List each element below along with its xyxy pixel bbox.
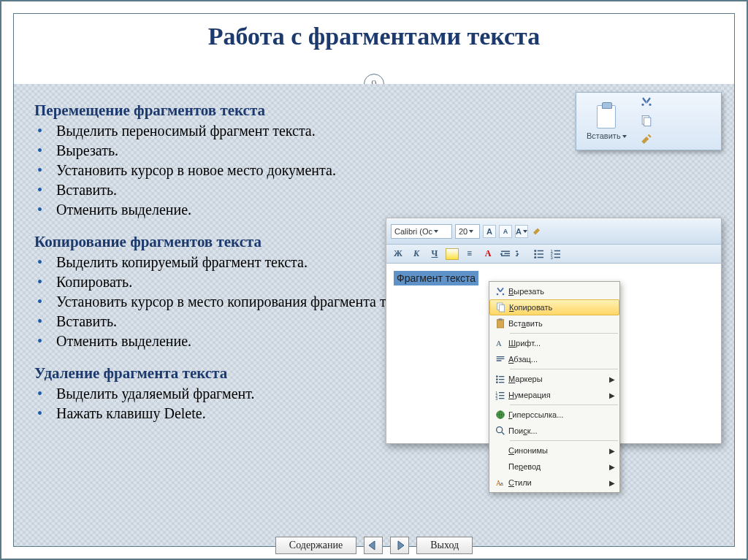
svg-rect-16 bbox=[497, 320, 503, 328]
cut-icon[interactable] bbox=[638, 95, 654, 110]
format-painter-icon[interactable] bbox=[531, 225, 544, 238]
svg-rect-13 bbox=[554, 256, 560, 258]
context-menu-item[interactable]: Синонимы▶ bbox=[489, 442, 619, 459]
prev-slide-button[interactable] bbox=[364, 537, 383, 554]
context-menu-item[interactable]: Абзац... bbox=[489, 351, 619, 367]
svg-rect-7 bbox=[538, 256, 543, 258]
svg-rect-30 bbox=[499, 398, 504, 399]
context-menu-item[interactable]: Копировать bbox=[489, 299, 619, 315]
context-menu-item[interactable]: Поиск... bbox=[489, 423, 619, 439]
bullets-icon[interactable] bbox=[533, 248, 546, 261]
svg-point-23 bbox=[496, 381, 498, 383]
svg-text:A: A bbox=[496, 340, 502, 348]
svg-rect-3 bbox=[538, 250, 543, 251]
highlight-icon[interactable] bbox=[446, 248, 459, 260]
italic-button[interactable]: К bbox=[409, 248, 424, 261]
svg-rect-26 bbox=[499, 392, 504, 393]
svg-text:a: a bbox=[500, 481, 503, 486]
context-menu-item[interactable]: AШрифт... bbox=[489, 335, 619, 351]
contents-button[interactable]: Содержание bbox=[275, 537, 356, 554]
decrease-indent-icon[interactable] bbox=[499, 248, 512, 261]
svg-rect-1 bbox=[644, 118, 650, 126]
svg-rect-24 bbox=[499, 382, 504, 383]
exit-button[interactable]: Выход bbox=[416, 537, 473, 554]
svg-text:3: 3 bbox=[495, 396, 497, 401]
svg-point-19 bbox=[496, 375, 498, 377]
format-painter-icon[interactable] bbox=[638, 133, 654, 147]
context-menu: ВырезатьКопироватьВставитьAШрифт...Абзац… bbox=[489, 281, 620, 493]
svg-rect-15 bbox=[499, 305, 504, 312]
list-item: •Вставить. bbox=[37, 180, 714, 200]
shrink-font-icon[interactable]: A bbox=[499, 225, 512, 238]
selected-text[interactable]: Фрагмент текста bbox=[394, 271, 478, 285]
context-menu-item[interactable]: Перевод▶ bbox=[489, 459, 619, 475]
svg-point-2 bbox=[534, 250, 536, 252]
bold-button[interactable]: Ж bbox=[391, 248, 405, 261]
svg-rect-9 bbox=[554, 250, 560, 251]
font-color-icon[interactable]: A bbox=[481, 248, 495, 261]
context-menu-item[interactable]: Вырезать bbox=[489, 283, 619, 299]
svg-point-6 bbox=[534, 256, 536, 258]
paste-button[interactable]: Вставить bbox=[581, 101, 633, 142]
svg-rect-5 bbox=[538, 253, 543, 255]
center-align-icon[interactable]: ≡ bbox=[462, 248, 477, 261]
copy-icon[interactable] bbox=[638, 114, 654, 129]
change-case-icon[interactable]: A bbox=[515, 225, 528, 238]
clipboard-icon bbox=[592, 102, 620, 131]
svg-text:3: 3 bbox=[551, 255, 554, 259]
next-slide-button[interactable] bbox=[390, 537, 409, 554]
svg-rect-11 bbox=[554, 253, 560, 255]
svg-point-21 bbox=[496, 378, 498, 380]
mini-toolbar-row1: Calibri (Ос 20 A A A bbox=[386, 218, 721, 245]
context-menu-item[interactable]: Вставить bbox=[489, 315, 619, 331]
increase-indent-icon[interactable] bbox=[516, 248, 529, 261]
svg-rect-20 bbox=[499, 376, 504, 377]
svg-point-4 bbox=[534, 253, 536, 255]
font-name-box[interactable]: Calibri (Ос bbox=[391, 224, 452, 239]
underline-button[interactable]: Ч bbox=[427, 248, 442, 261]
clipboard-panel: Вставить bbox=[576, 92, 722, 150]
svg-rect-28 bbox=[499, 395, 504, 396]
svg-point-32 bbox=[497, 427, 503, 433]
numbering-icon[interactable]: 123 bbox=[549, 248, 562, 261]
font-size-box[interactable]: 20 bbox=[455, 224, 480, 239]
page-title: Работа с фрагментами текста bbox=[208, 23, 540, 50]
svg-rect-17 bbox=[498, 318, 502, 321]
mini-toolbar-row2: Ж К Ч ≡ A 123 bbox=[386, 245, 721, 264]
context-menu-item[interactable]: Гиперссылка... bbox=[489, 407, 619, 423]
word-doc-screenshot: Calibri (Ос 20 A A A Ж К Ч ≡ A 123 Фрагм… bbox=[386, 218, 722, 444]
list-item: •Отменить выделение. bbox=[37, 200, 714, 220]
paste-label: Вставить bbox=[587, 131, 621, 140]
svg-rect-22 bbox=[499, 379, 504, 380]
context-menu-item[interactable]: 123Нумерация▶ bbox=[489, 387, 619, 403]
context-menu-item[interactable]: AaСтили▶ bbox=[489, 475, 619, 491]
grow-font-icon[interactable]: A bbox=[483, 225, 496, 238]
list-item: •Установить курсор в новое место докумен… bbox=[37, 161, 714, 180]
context-menu-item[interactable]: Маркеры▶ bbox=[489, 371, 619, 387]
